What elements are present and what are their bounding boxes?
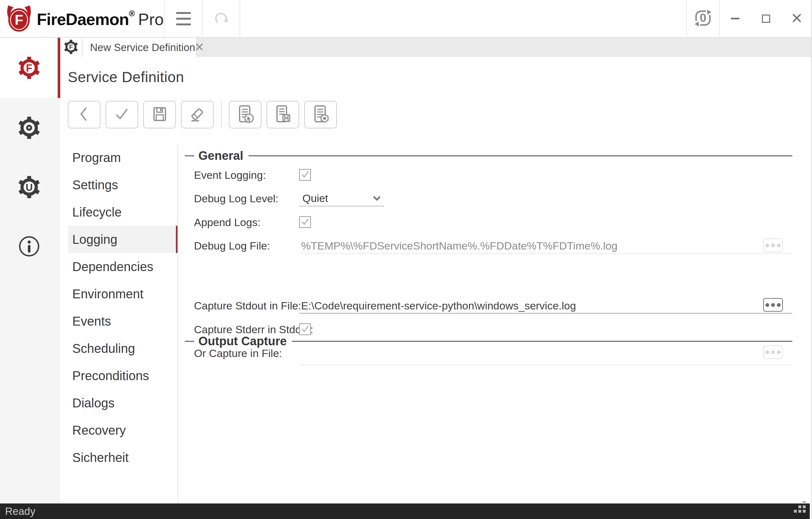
section-line: [249, 155, 792, 156]
nav-item-dialogs[interactable]: Dialogs: [68, 389, 177, 416]
svg-text:0: 0: [700, 11, 706, 24]
logging-form: General Event Logging: Debug Log Level: …: [194, 57, 792, 503]
or-capture-label: Or Capture in File:: [194, 345, 282, 361]
minimize-button[interactable]: [720, 0, 751, 37]
section-dash: [185, 155, 194, 156]
nav-panel: Program Settings Lifecycle Logging Depen…: [60, 144, 177, 471]
capture-stderr-checkbox[interactable]: [299, 323, 311, 335]
row-debug-log-level: Debug Log Level: Quiet: [194, 191, 792, 207]
titlebar-drag-area: [240, 0, 686, 37]
chevron-down-icon: [373, 196, 381, 202]
nav-item-scheduling[interactable]: Scheduling: [68, 335, 177, 362]
services-gear-icon: [18, 135, 40, 140]
sidebar-active-stripe: [58, 38, 60, 98]
svg-text:F: F: [26, 62, 32, 74]
svg-text:U: U: [26, 182, 33, 193]
tab-label: New Service Definition: [90, 41, 195, 54]
capture-stdout-browse-button[interactable]: [763, 298, 783, 312]
row-event-logging: Event Logging:: [194, 169, 792, 181]
row-or-capture: Or Capture in File:: [194, 345, 792, 366]
resize-grip-icon[interactable]: [794, 501, 806, 517]
section-title: General: [198, 149, 243, 163]
gear-f-icon: F: [64, 40, 78, 56]
nav-item-program[interactable]: Program: [68, 144, 177, 171]
debug-log-file-label: Debug Log File:: [194, 238, 270, 254]
app-brand: F FireDaemon®Pro: [0, 0, 164, 37]
close-button[interactable]: [781, 0, 812, 37]
users-gear-icon: U: [18, 194, 40, 199]
event-logging-label: Event Logging:: [194, 169, 266, 181]
ellipsis-icon: [765, 303, 769, 307]
sidebar-item-about[interactable]: [18, 235, 40, 258]
app-title: FireDaemon®Pro: [37, 8, 164, 29]
debug-log-level-value: Quiet: [299, 191, 384, 206]
info-icon: [18, 253, 40, 259]
firedaemon-gear-icon: F: [18, 75, 40, 80]
nav-item-preconditions[interactable]: Preconditions: [68, 362, 177, 389]
capture-stdout-input[interactable]: E:\Code\requirement-service-python\windo…: [299, 298, 792, 314]
append-logs-label: Append Logs:: [194, 216, 261, 229]
debug-log-file-value: %TEMP%\%FDServiceShortName%.%FDDate%T%FD…: [299, 238, 792, 254]
brand-name: FireDaemon: [37, 10, 129, 29]
nav-item-logging[interactable]: Logging: [68, 226, 177, 253]
firedaemon-window: { "titlebar": { "brand": "FireDaemon", "…: [0, 0, 812, 519]
nav-item-events[interactable]: Events: [68, 308, 177, 335]
statusbar: Ready: [0, 503, 810, 519]
nav-item-lifecycle[interactable]: Lifecycle: [68, 199, 177, 226]
check-icon: [112, 104, 132, 125]
section-general: General: [185, 148, 792, 164]
nav-item-environment[interactable]: Environment: [68, 280, 177, 308]
tabbar: F New Service Definition: [60, 38, 812, 57]
sidebar-item-users[interactable]: U: [18, 176, 40, 199]
close-tab-icon[interactable]: [195, 41, 203, 54]
back-icon: [74, 104, 94, 125]
event-logging-checkbox[interactable]: [299, 169, 311, 181]
back-button[interactable]: [68, 101, 100, 128]
debug-log-level-select[interactable]: Quiet: [299, 191, 384, 206]
nav-item-settings[interactable]: Settings: [68, 171, 177, 199]
append-logs-checkbox[interactable]: [299, 216, 311, 228]
maximize-button[interactable]: [751, 0, 781, 37]
row-capture-stderr: Capture Stderr in Stdout:: [194, 323, 792, 336]
maximize-icon: [762, 15, 770, 23]
nav-item-sicherheit[interactable]: Sicherheit: [68, 444, 177, 471]
nav-item-recovery[interactable]: Recovery: [68, 416, 177, 444]
titlebar: F FireDaemon®Pro 0: [0, 0, 812, 38]
nav-item-dependencies[interactable]: Dependencies: [68, 253, 177, 280]
debug-log-file-browse-button[interactable]: [763, 238, 783, 252]
sidebar-item-services[interactable]: F: [18, 56, 40, 79]
auto-refresh-button[interactable]: 0: [686, 0, 720, 37]
debug-log-file-input[interactable]: %TEMP%\%FDServiceShortName%.%FDDate%T%FD…: [299, 238, 792, 254]
redo-button[interactable]: [202, 0, 240, 37]
ellipsis-icon: [765, 243, 769, 247]
capture-stdout-value: E:\Code\requirement-service-python\windo…: [299, 298, 792, 314]
capture-stdout-label: Capture Stdout in File:: [194, 298, 301, 314]
brand-suffix: Pro: [138, 10, 164, 29]
sidebar-item-settings[interactable]: [18, 116, 40, 139]
nav-separator: [177, 144, 178, 503]
or-capture-input[interactable]: [299, 349, 792, 365]
redo-icon: [212, 9, 230, 28]
minimize-icon: [731, 18, 740, 19]
page-title: Service Definition: [68, 68, 184, 86]
tab-new-service-definition[interactable]: New Service Definition: [82, 38, 197, 57]
apply-button[interactable]: [106, 101, 138, 128]
window-controls: [720, 0, 812, 37]
capture-stderr-label: Capture Stderr in Stdout:: [194, 323, 313, 336]
row-capture-stdout: Capture Stdout in File: E:\Code\requirem…: [194, 298, 792, 318]
firedaemon-logo-icon: F: [6, 4, 32, 33]
main-menu-button[interactable]: [164, 0, 202, 37]
section-line: [292, 341, 792, 342]
refresh-zero-icon: 0: [693, 8, 713, 29]
close-icon: [792, 13, 802, 24]
save-button[interactable]: [143, 101, 176, 128]
save-icon: [150, 104, 170, 125]
brand-registered-mark: ®: [129, 8, 135, 18]
svg-text:F: F: [69, 43, 73, 50]
ellipsis-icon: [765, 350, 769, 354]
or-capture-browse-button[interactable]: [763, 345, 783, 359]
svg-text:F: F: [15, 12, 24, 28]
debug-log-level-label: Debug Log Level:: [194, 191, 279, 206]
tab-list-icon-cell: F: [60, 38, 82, 57]
sidebar: F: [0, 38, 60, 503]
